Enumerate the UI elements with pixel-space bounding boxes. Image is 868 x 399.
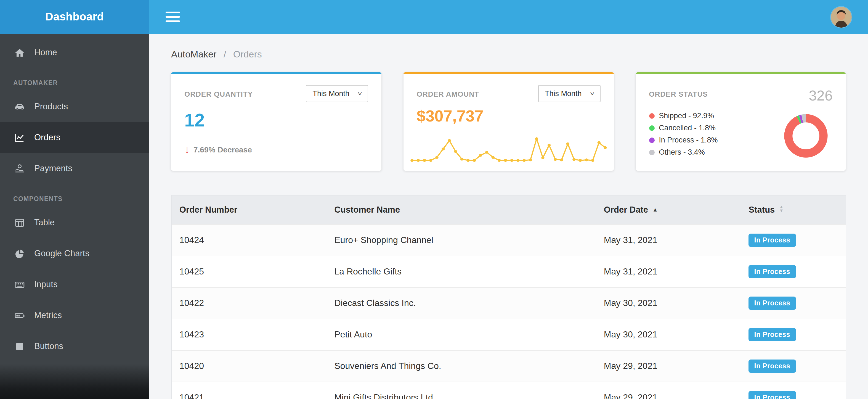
cell-order-date: May 29, 2021 [596, 350, 741, 381]
sidebar-item-home[interactable]: Home [0, 37, 149, 68]
sidebar-item-label: Payments [34, 163, 72, 174]
cell-order-date: May 31, 2021 [596, 256, 741, 287]
order-quantity-change: ↓ 7.69% Decrease [184, 144, 368, 155]
car-icon [13, 100, 25, 113]
content-area: AutoMaker / Orders ORDER QUANTITY This M… [149, 34, 868, 399]
table-header-row: Order Number Customer Name Order Date▲ S… [172, 195, 845, 224]
sidebar-item-label: Home [34, 48, 57, 57]
chevron-down-icon: ˅ [590, 91, 594, 97]
table-row[interactable]: 10423 Petit Auto May 30, 2021 In Process [172, 319, 845, 350]
sidebar-item-buttons[interactable]: Buttons [0, 331, 149, 362]
table-row[interactable]: 10424 Euro+ Shopping Channel May 31, 202… [172, 224, 845, 256]
breadcrumb: AutoMaker / Orders [171, 49, 846, 60]
decrease-arrow-icon: ↓ [184, 144, 190, 155]
hamburger-icon[interactable] [165, 11, 180, 22]
status-badge: In Process [749, 359, 796, 372]
status-badge: In Process [749, 233, 796, 247]
cell-order-date: May 30, 2021 [596, 287, 741, 319]
cell-order-number: 10422 [172, 287, 327, 319]
main-column: AutoMaker / Orders ORDER QUANTITY This M… [149, 0, 868, 399]
cell-order-number: 10425 [172, 256, 327, 287]
cell-customer-name: Souveniers And Things Co. [327, 350, 596, 381]
summary-cards: ORDER QUANTITY This Month ˅ 12 ↓ 7.69% D… [171, 72, 846, 171]
orders-table: Order Number Customer Name Order Date▲ S… [171, 195, 846, 399]
sidebar-item-label: Products [34, 102, 68, 112]
in-process-dot-icon [649, 137, 654, 143]
table-row[interactable]: 10422 Diecast Classics Inc. May 30, 2021… [172, 287, 845, 319]
order-amount-period-select[interactable]: This Month ˅ [538, 85, 600, 102]
cell-customer-name: Diecast Classics Inc. [327, 287, 596, 319]
sort-asc-icon: ▲ [652, 207, 658, 213]
home-icon [13, 47, 25, 59]
breadcrumb-parent[interactable]: AutoMaker [171, 49, 216, 60]
others-dot-icon [649, 149, 654, 155]
cell-order-date: May 31, 2021 [596, 224, 741, 256]
sidebar-item-inputs[interactable]: Inputs [0, 269, 149, 300]
payments-icon [13, 162, 25, 175]
sort-icon: ▲▼ [779, 205, 783, 213]
topbar [149, 0, 868, 34]
order-status-legend: Shipped - 92.9% Cancelled - 1.8% In Proc… [649, 112, 783, 160]
order-status-total: 326 [809, 87, 833, 104]
cell-customer-name: Petit Auto [327, 319, 596, 350]
header-status[interactable]: Status▲▼ [741, 195, 845, 224]
pie-chart-icon [13, 247, 25, 259]
table-row[interactable]: 10420 Souveniers And Things Co. May 29, … [172, 350, 845, 381]
order-amount-value: $307,737 [417, 107, 600, 125]
button-icon [13, 340, 25, 352]
header-customer-name[interactable]: Customer Name [327, 195, 596, 224]
table-row[interactable]: 10421 Mini Gifts Distributors Ltd. May 2… [172, 381, 845, 399]
cell-customer-name: Mini Gifts Distributors Ltd. [327, 381, 596, 399]
order-amount-title: ORDER AMOUNT [417, 90, 479, 98]
table-icon [13, 216, 25, 228]
legend-item-others: Others - 3.4% [649, 148, 783, 156]
battery-icon [13, 309, 25, 321]
sidebar-item-label: Buttons [34, 341, 63, 351]
cancelled-dot-icon [649, 125, 654, 131]
sidebar-item-label: Metrics [34, 310, 62, 320]
status-badge: In Process [749, 328, 796, 341]
legend-item-cancelled: Cancelled - 1.8% [649, 124, 783, 132]
shipped-dot-icon [649, 113, 654, 119]
sidebar-item-table[interactable]: Table [0, 207, 149, 238]
legend-item-shipped: Shipped - 92.9% [649, 112, 783, 120]
table-row[interactable]: 10425 La Rochelle Gifts May 31, 2021 In … [172, 256, 845, 287]
cell-order-number: 10424 [172, 224, 327, 256]
sidebar-item-orders[interactable]: Orders [0, 122, 149, 153]
chevron-down-icon: ˅ [358, 91, 362, 97]
line-chart-icon [13, 131, 25, 144]
order-status-donut-chart [783, 113, 829, 159]
sidebar-nav: Home AUTOMAKER Products Orders Paymen [0, 34, 149, 362]
header-order-number[interactable]: Order Number [172, 195, 327, 224]
cell-order-date: May 30, 2021 [596, 319, 741, 350]
sidebar-item-label: Orders [34, 132, 60, 143]
sidebar-item-metrics[interactable]: Metrics [0, 300, 149, 331]
order-status-title: ORDER STATUS [649, 90, 708, 98]
order-amount-sparkline [409, 133, 608, 167]
sidebar-header: Dashboard [0, 0, 149, 34]
sidebar-item-google-charts[interactable]: Google Charts [0, 238, 149, 269]
sidebar-item-payments[interactable]: Payments [0, 153, 149, 184]
dashboard-app: Dashboard Home AUTOMAKER Products [0, 0, 868, 399]
sidebar-item-products[interactable]: Products [0, 91, 149, 122]
order-quantity-period-select[interactable]: This Month ˅ [306, 85, 368, 102]
status-badge: In Process [749, 265, 796, 278]
legend-item-in-process: In Process - 1.8% [649, 136, 783, 144]
sidebar-section-automaker: AUTOMAKER [0, 68, 149, 91]
order-quantity-title: ORDER QUANTITY [184, 90, 253, 98]
user-avatar[interactable] [831, 6, 851, 27]
breadcrumb-current: Orders [233, 49, 262, 60]
sidebar-item-label: Inputs [34, 279, 57, 289]
status-badge: In Process [749, 296, 796, 310]
sidebar-section-components: COMPONENTS [0, 184, 149, 207]
cell-customer-name: Euro+ Shopping Channel [327, 224, 596, 256]
period-select-value: This Month [545, 89, 582, 98]
app-title: Dashboard [45, 10, 104, 23]
cell-order-date: May 29, 2021 [596, 381, 741, 399]
status-badge: In Process [749, 391, 796, 399]
sidebar: Dashboard Home AUTOMAKER Products [0, 0, 149, 399]
header-order-date[interactable]: Order Date▲ [596, 195, 741, 224]
cell-order-number: 10420 [172, 350, 327, 381]
order-quantity-value: 12 [184, 110, 368, 131]
change-text: 7.69% Decrease [193, 145, 252, 154]
